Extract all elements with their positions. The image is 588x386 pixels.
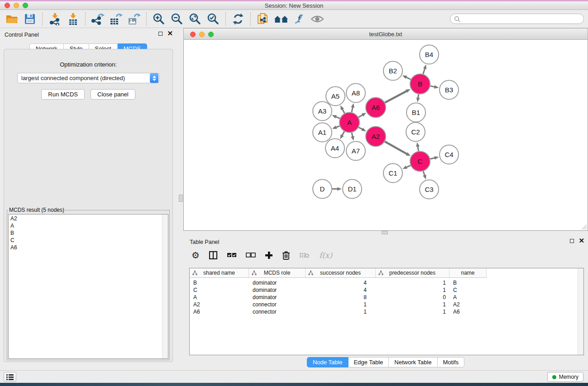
table-cell[interactable]: 4 bbox=[306, 286, 376, 294]
table-cell[interactable]: 1 bbox=[376, 279, 449, 286]
table-cell[interactable]: B bbox=[449, 279, 487, 286]
float-panel-icon[interactable] bbox=[570, 239, 574, 243]
graph-node-B1[interactable]: B1 bbox=[406, 103, 425, 122]
graph-edge-A-A1[interactable] bbox=[336, 126, 339, 127]
graph-node-A1[interactable]: A1 bbox=[313, 123, 332, 142]
node-table[interactable]: shared name MCDS role successor nodes pr… bbox=[189, 268, 584, 355]
table-cell[interactable]: 1 bbox=[376, 301, 449, 308]
function-builder-button[interactable]: f(x) bbox=[319, 249, 332, 262]
table-row[interactable]: A6connector11A6 bbox=[190, 308, 583, 315]
graph-node-A5[interactable]: A5 bbox=[326, 87, 345, 106]
table-cell[interactable]: A6 bbox=[190, 308, 249, 315]
zoom-window-button[interactable] bbox=[23, 3, 28, 8]
horizontal-splitter-handle[interactable] bbox=[382, 231, 388, 234]
table-row[interactable]: Cdominator41C bbox=[190, 286, 583, 294]
graph-node-D1[interactable]: D1 bbox=[343, 180, 362, 199]
task-history-button[interactable] bbox=[4, 372, 16, 382]
graph-node-A8[interactable]: A8 bbox=[346, 84, 365, 103]
toggle-panels-button[interactable] bbox=[272, 11, 290, 27]
hide-graphics-details-button[interactable]: f bbox=[290, 11, 308, 27]
table-cell[interactable]: A bbox=[190, 294, 249, 301]
graph-node-C1[interactable]: C1 bbox=[383, 164, 402, 183]
graph-edge-A-A3[interactable] bbox=[336, 117, 340, 119]
column-header-shared-name[interactable]: shared name bbox=[190, 268, 249, 277]
table-cell[interactable]: A bbox=[449, 294, 487, 301]
graph-edge-A-A2[interactable] bbox=[359, 127, 363, 129]
table-cell[interactable]: A6 bbox=[449, 308, 487, 315]
create-column-button[interactable] bbox=[265, 249, 273, 262]
scrollbar-track[interactable] bbox=[578, 268, 583, 355]
close-window-button[interactable] bbox=[5, 3, 10, 8]
scrollbar-track[interactable] bbox=[162, 214, 168, 358]
show-columns-button[interactable] bbox=[209, 249, 218, 262]
mcds-result-item[interactable]: B bbox=[9, 229, 162, 237]
graph-node-D[interactable]: D bbox=[313, 180, 332, 199]
search-input[interactable] bbox=[463, 16, 580, 22]
minimize-network-button[interactable] bbox=[199, 32, 205, 37]
zoom-out-button[interactable] bbox=[168, 11, 186, 27]
save-session-button[interactable] bbox=[21, 11, 39, 27]
select-all-columns-button[interactable] bbox=[227, 249, 237, 262]
graph-node-A6[interactable]: A6 bbox=[366, 98, 386, 118]
graph-edge-B-B4[interactable] bbox=[423, 68, 425, 74]
table-cell[interactable]: dominator bbox=[249, 294, 306, 301]
column-header-predecessor-nodes[interactable]: predecessor nodes bbox=[376, 268, 449, 277]
table-cell[interactable]: connector bbox=[249, 308, 306, 315]
graph-node-B[interactable]: B bbox=[410, 74, 430, 94]
graph-edge-A-A7[interactable] bbox=[352, 133, 353, 137]
table-row[interactable]: A2connector11A2 bbox=[190, 301, 583, 308]
show-hide-preview-button[interactable] bbox=[308, 11, 326, 27]
memory-button[interactable]: Memory bbox=[547, 372, 583, 382]
delete-table-button[interactable] bbox=[299, 249, 310, 262]
mcds-result-item[interactable]: A2 bbox=[9, 215, 162, 222]
graph-edge-C-C3[interactable] bbox=[423, 171, 425, 176]
close-panel-icon[interactable]: ✕ bbox=[578, 238, 584, 243]
column-header-mcds-role[interactable]: MCDS role bbox=[249, 268, 306, 277]
column-header-successor-nodes[interactable]: successor nodes bbox=[306, 268, 376, 277]
graph-edge-A-A6[interactable] bbox=[359, 115, 363, 117]
graph-edge-B-B3[interactable] bbox=[430, 86, 435, 87]
table-row[interactable]: Bdominator41B bbox=[190, 279, 583, 286]
tab-motifs[interactable]: Motifs bbox=[437, 357, 464, 367]
table-cell[interactable]: C bbox=[449, 286, 487, 294]
table-settings-button[interactable]: ⚙ bbox=[191, 249, 200, 262]
zoom-selected-button[interactable] bbox=[204, 11, 222, 27]
graph-edge-C-C1[interactable] bbox=[406, 166, 411, 167]
new-network-from-selection-button[interactable] bbox=[254, 11, 272, 27]
table-cell[interactable]: 1 bbox=[376, 286, 449, 294]
network-graph[interactable]: B4B2BB3A5A8A6A3B1AA1C2A2A4A7C4CC1C3DD1 bbox=[184, 40, 588, 230]
criterion-dropdown[interactable]: largest connected component (directed) bbox=[17, 73, 159, 83]
search-field[interactable] bbox=[450, 14, 584, 24]
graph-edge-A6-B[interactable] bbox=[385, 91, 407, 103]
table-cell[interactable]: 1 bbox=[306, 301, 376, 308]
graph-edge-A-A5[interactable] bbox=[342, 109, 344, 113]
graph-edge-A-A8[interactable] bbox=[352, 107, 353, 112]
table-cell[interactable]: dominator bbox=[249, 286, 306, 294]
float-panel-icon[interactable] bbox=[158, 32, 163, 36]
resize-grip-icon[interactable] bbox=[581, 224, 587, 230]
graph-node-C2[interactable]: C2 bbox=[406, 123, 425, 142]
import-table-button[interactable] bbox=[64, 11, 82, 27]
import-network-button[interactable] bbox=[46, 11, 64, 27]
graph-node-C3[interactable]: C3 bbox=[420, 180, 439, 199]
graph-node-A3[interactable]: A3 bbox=[313, 102, 332, 121]
graph-node-B2[interactable]: B2 bbox=[383, 62, 402, 81]
close-network-button[interactable] bbox=[190, 32, 196, 37]
graph-edge-A2-C[interactable] bbox=[385, 142, 407, 154]
refresh-view-button[interactable] bbox=[229, 11, 247, 27]
tab-node-table[interactable]: Node Table bbox=[307, 357, 349, 367]
close-panel-button[interactable]: Close panel bbox=[91, 89, 135, 100]
graph-node-A7[interactable]: A7 bbox=[346, 142, 365, 161]
table-cell[interactable]: dominator bbox=[249, 279, 306, 286]
graph-node-A[interactable]: A bbox=[339, 113, 359, 133]
table-cell[interactable]: 4 bbox=[306, 279, 376, 286]
minimize-window-button[interactable] bbox=[14, 3, 19, 8]
mcds-result-item[interactable]: A6 bbox=[9, 244, 162, 251]
graph-node-C[interactable]: C bbox=[410, 152, 430, 172]
tab-edge-table[interactable]: Edge Table bbox=[348, 357, 389, 367]
network-canvas[interactable]: B4B2BB3A5A8A6A3B1AA1C2A2A4A7C4CC1C3DD1 bbox=[183, 40, 588, 231]
open-session-button[interactable] bbox=[3, 11, 21, 27]
graph-node-B3[interactable]: B3 bbox=[440, 81, 459, 100]
graph-edge-A-A4[interactable] bbox=[342, 132, 344, 136]
table-cell[interactable]: A2 bbox=[190, 301, 249, 308]
